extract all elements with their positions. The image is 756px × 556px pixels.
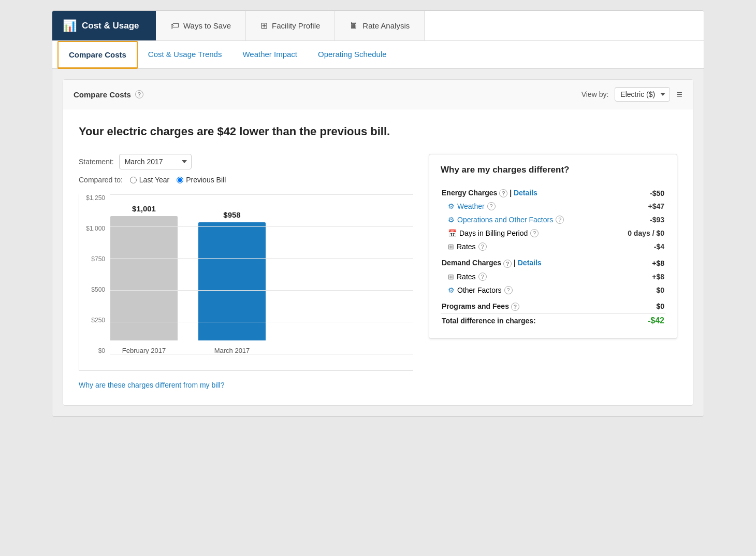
bars-container: $1,001 February 2017 $958 March 2017 [110, 194, 413, 354]
compare-label: Compared to: [79, 176, 123, 184]
other-factors-row: ⚙ Other Factors ? $0 [441, 283, 665, 297]
rates-energy-amount: -$4 [612, 240, 665, 253]
tab-rate-analysis[interactable]: 🖩 Rate Analysis [335, 11, 425, 40]
days-billing-row: 📅 Days in Billing Period ? 0 days / $0 [441, 226, 665, 240]
sub-nav-cost-usage-trends[interactable]: Cost & Usage Trends [138, 41, 232, 68]
energy-charges-details-link[interactable]: Details [514, 189, 537, 197]
radio-previous-bill[interactable]: Previous Bill [177, 176, 226, 184]
weather-row: ⚙ Weather ? +$47 [441, 199, 665, 213]
bar-value-mar: $958 [223, 210, 240, 219]
footer-link[interactable]: Why are these charges different from my … [79, 381, 224, 389]
programs-fees-amount: $0 [612, 297, 665, 313]
facility-profile-icon: ⊞ [260, 20, 268, 31]
main-content: Compare Costs ? View by: Electric ($) Ga… [52, 69, 704, 416]
operations-amount: -$93 [612, 213, 665, 226]
card-body: Your electric charges are $42 lower than… [63, 109, 693, 405]
rates-demand-amount: +$8 [612, 270, 665, 283]
tab-facility-profile[interactable]: ⊞ Facility Profile [246, 11, 335, 40]
app-container: 📊 Cost & Usage 🏷 Ways to Save ⊞ Facility… [52, 10, 704, 417]
demand-charges-details-link[interactable]: Details [518, 259, 542, 267]
other-factors-label: Other Factors [457, 286, 502, 294]
operations-gears-icon: ⚙ [448, 216, 455, 224]
side-panel: Why are my charges different? Energy Cha… [429, 154, 677, 339]
demand-charges-divider: | [514, 259, 518, 267]
demand-charges-info[interactable]: ? [503, 260, 512, 268]
compare-row: Compared to: Last Year Previous Bill [79, 176, 413, 184]
statement-label: Statement: [79, 158, 114, 166]
rates-energy-label: Rates [457, 243, 476, 251]
other-factors-amount: $0 [612, 283, 665, 297]
chart-area: Statement: January 2017 February 2017 Ma… [79, 154, 677, 370]
bar-group-mar: $958 March 2017 [198, 210, 266, 354]
rates-demand-info-icon[interactable]: ? [478, 273, 487, 281]
radio-last-year[interactable]: Last Year [130, 176, 169, 184]
tab-rate-analysis-label: Rate Analysis [362, 21, 410, 30]
y-label-1250: $1,250 [86, 194, 105, 202]
bar-chart: $1,250 $1,000 $750 $500 $250 $0 [79, 194, 413, 370]
total-amount: -$42 [612, 313, 665, 328]
view-by-select[interactable]: Electric ($) Gas ($) Total ($) [615, 87, 670, 102]
rates-energy-grid-icon: ⊞ [448, 243, 454, 251]
bar-label-feb: February 2017 [122, 347, 166, 354]
energy-charges-label: Energy Charges [442, 189, 497, 197]
operations-info-icon[interactable]: ? [556, 216, 564, 224]
rates-demand-label: Rates [457, 273, 476, 281]
total-label: Total difference in charges: [442, 317, 536, 325]
operations-row: ⚙ Operations and Other Factors ? -$93 [441, 213, 665, 226]
tab-ways-to-save[interactable]: 🏷 Ways to Save [156, 11, 246, 40]
energy-charges-divider: | [510, 189, 514, 197]
card-header: Compare Costs ? View by: Electric ($) Ga… [63, 80, 693, 109]
rates-demand-grid-icon: ⊞ [448, 273, 454, 281]
bar-value-feb: $1,001 [132, 204, 156, 213]
sub-nav-compare-costs[interactable]: Compare Costs [57, 41, 138, 69]
weather-amount: +$47 [612, 199, 665, 213]
y-label-750: $750 [91, 255, 105, 263]
energy-charges-header: Energy Charges ? | Details -$50 [441, 183, 665, 199]
energy-charges-info[interactable]: ? [499, 189, 507, 197]
ways-to-save-icon: 🏷 [170, 21, 179, 31]
view-by-label: View by: [581, 90, 609, 98]
statement-row: Statement: January 2017 February 2017 Ma… [79, 154, 413, 169]
weather-info-icon[interactable]: ? [487, 202, 496, 210]
energy-charges-amount: -$50 [612, 183, 665, 199]
rates-demand-row: ⊞ Rates ? +$8 [441, 270, 665, 283]
bar-group-feb: $1,001 February 2017 [110, 204, 178, 354]
y-axis-labels: $1,250 $1,000 $750 $500 $250 $0 [79, 194, 109, 354]
top-nav: 📊 Cost & Usage 🏷 Ways to Save ⊞ Facility… [52, 11, 704, 41]
demand-charges-amount: +$8 [612, 253, 665, 269]
side-panel-title: Why are my charges different? [441, 165, 665, 175]
y-label-0: $0 [98, 347, 105, 354]
chart-section: Statement: January 2017 February 2017 Ma… [79, 154, 413, 370]
card-title-info-icon[interactable]: ? [135, 90, 143, 98]
brand-icon: 📊 [63, 19, 77, 33]
sub-nav-weather-impact[interactable]: Weather Impact [232, 41, 308, 68]
other-factors-info-icon[interactable]: ? [504, 286, 513, 294]
operations-link[interactable]: Operations and Other Factors [457, 216, 553, 224]
y-label-500: $500 [91, 286, 105, 293]
other-factors-gears-icon: ⚙ [448, 286, 455, 294]
statement-select[interactable]: January 2017 February 2017 March 2017 Ap… [119, 154, 192, 169]
days-billing-amount: 0 days / $0 [612, 226, 665, 240]
days-billing-calendar-icon: 📅 [448, 229, 457, 237]
menu-icon[interactable]: ≡ [676, 89, 682, 101]
tab-ways-to-save-label: Ways to Save [183, 21, 231, 30]
programs-fees-info[interactable]: ? [511, 303, 519, 311]
total-row: Total difference in charges: -$42 [441, 313, 665, 328]
compare-costs-card: Compare Costs ? View by: Electric ($) Ga… [63, 79, 693, 406]
card-title: Compare Costs [74, 90, 131, 99]
weather-link[interactable]: Weather [457, 202, 485, 210]
card-header-right: View by: Electric ($) Gas ($) Total ($) … [581, 87, 682, 102]
tab-facility-profile-label: Facility Profile [272, 21, 320, 30]
days-billing-info-icon[interactable]: ? [530, 229, 539, 237]
demand-charges-header: Demand Charges ? | Details +$8 [441, 253, 665, 269]
card-header-left: Compare Costs ? [74, 90, 143, 99]
programs-fees-header: Programs and Fees ? $0 [441, 297, 665, 313]
y-label-1000: $1,000 [86, 225, 105, 232]
bar-feb [110, 216, 178, 340]
rates-energy-info-icon[interactable]: ? [478, 243, 487, 251]
sub-nav-operating-schedule[interactable]: Operating Schedule [308, 41, 397, 68]
headline: Your electric charges are $42 lower than… [79, 125, 677, 138]
rate-analysis-icon: 🖩 [350, 21, 358, 31]
days-billing-label: Days in Billing Period [459, 229, 528, 237]
rates-energy-row: ⊞ Rates ? -$4 [441, 240, 665, 253]
